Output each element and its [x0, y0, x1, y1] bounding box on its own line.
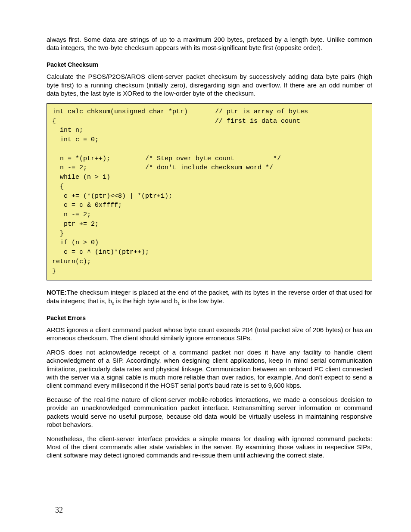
top-paragraph: always first. Some data are strings of u…: [47, 35, 372, 52]
code-block-checksum: int calc_chksum(unsigned char *ptr) // p…: [47, 103, 372, 281]
errors-paragraph-1: AROS ignores a client command packet who…: [47, 326, 372, 342]
heading-packet-errors: Packet Errors: [47, 314, 372, 321]
page-number: 32: [55, 506, 63, 515]
errors-paragraph-4: Nonetheless, the client-server interface…: [47, 435, 372, 460]
note-label: NOTE:: [47, 289, 67, 296]
note-paragraph: NOTE:The checksum integer is placed at t…: [47, 288, 372, 305]
heading-packet-checksum: Packet Checksum: [47, 61, 372, 68]
note-text-b: is the high byte and b: [114, 297, 177, 305]
page: always first. Some data are strings of u…: [0, 0, 411, 532]
errors-paragraph-2: AROS does not acknowledge receipt of a c…: [47, 348, 372, 389]
note-text-c: is the low byte.: [180, 297, 224, 305]
errors-paragraph-3: Because of the real-time nature of clien…: [47, 395, 372, 429]
checksum-paragraph: Calculate the PSOS/P2OS/AROS client-serv…: [47, 72, 372, 97]
